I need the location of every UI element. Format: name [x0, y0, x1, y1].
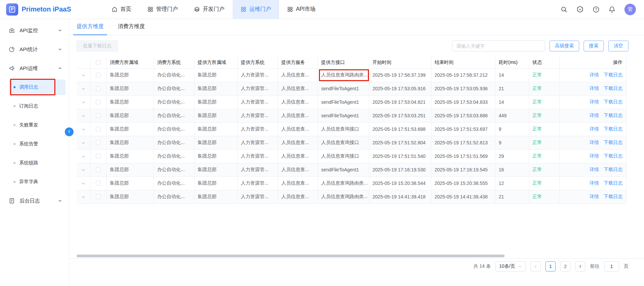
row-checkbox[interactable] — [96, 100, 101, 104]
cell-duration: 14 — [495, 95, 529, 109]
cell-provider-interface: 人员信息查询接口 — [318, 122, 369, 136]
download-log-link[interactable]: 下载日志 — [604, 194, 623, 199]
chevron-down-icon[interactable] — [81, 168, 85, 172]
cell-provider-system: 人力资源管... — [237, 95, 278, 109]
tab-provider-dimension[interactable]: 提供方维度 — [73, 23, 107, 35]
cell-text: 人员信息查询路由类... — [321, 194, 368, 199]
advanced-search-button[interactable]: 高级搜索 — [549, 41, 579, 51]
chevron-down-icon[interactable] — [81, 114, 85, 118]
sidebar-collapse-button[interactable] — [65, 127, 74, 136]
page-button-1[interactable]: 1 — [545, 261, 556, 271]
tab-consumer-dimension[interactable]: 消费方维度 — [114, 23, 148, 35]
cell-start-time: 2025-05-19 17:51:51.540 — [369, 149, 431, 163]
cell-text: 2025-05-19 17:53:03.251 — [373, 113, 426, 118]
sidebar-subitem-system-alert[interactable]: 系统告警 — [0, 135, 69, 153]
table-row: 集团总部办公自动化...集团总部人力资源管...人员信息查...人员信息查询接口… — [77, 122, 626, 136]
detail-link[interactable]: 详情 — [590, 140, 599, 145]
keyword-input[interactable] — [452, 41, 545, 51]
download-log-link[interactable]: 下载日志 — [604, 99, 623, 104]
ai-assistant-icon[interactable]: AI — [576, 6, 584, 13]
sidebar-item-api-monitor[interactable]: API监控 — [0, 21, 69, 40]
row-checkbox-cell — [90, 82, 106, 95]
detail-link[interactable]: 详情 — [590, 72, 599, 77]
row-checkbox[interactable] — [96, 194, 101, 199]
clear-button[interactable]: 清空 — [608, 41, 628, 51]
column-header: 消费方系统 — [154, 57, 194, 68]
cell-provider-service: 人员信息查... — [278, 95, 318, 109]
chevron-down-icon[interactable] — [81, 195, 85, 199]
detail-link[interactable]: 详情 — [590, 167, 599, 172]
cell-consumer-system: 办公自动化... — [154, 82, 194, 95]
sidebar-subitem-subscribe-log[interactable]: 订阅日志 — [0, 97, 69, 116]
row-checkbox[interactable] — [96, 181, 101, 186]
cell-text: 人力资源管... — [241, 72, 269, 77]
download-log-link[interactable]: 下载日志 — [604, 72, 623, 77]
detail-link[interactable]: 详情 — [590, 86, 599, 91]
row-checkbox[interactable] — [96, 140, 101, 145]
prev-page-button[interactable] — [531, 261, 541, 271]
sidebar-subitem-system-trace[interactable]: 系统链路 — [0, 153, 69, 172]
cell-provider-domain: 集团总部 — [194, 136, 237, 149]
next-page-button[interactable] — [575, 261, 585, 271]
chevron-down-icon[interactable] — [81, 182, 85, 186]
sidebar-item-api-ops[interactable]: API运维 — [0, 59, 69, 78]
page-button-2[interactable]: 2 — [560, 261, 570, 271]
horizontal-scrollbar-thumb[interactable] — [77, 255, 505, 257]
page-size-select[interactable]: 10条/页 — [495, 261, 526, 271]
topnav-item-api-market[interactable]: API市场 — [279, 0, 324, 19]
sidebar-item-backend-log[interactable]: 后台日志 — [0, 191, 69, 210]
download-log-link[interactable]: 下载日志 — [604, 140, 623, 145]
download-log-link[interactable]: 下载日志 — [604, 167, 623, 172]
row-checkbox[interactable] — [96, 113, 101, 118]
sidebar-subitem-label: 异常字典 — [19, 179, 38, 185]
cell-consumer-domain: 集团总部 — [106, 176, 154, 190]
chevron-down-icon[interactable] — [81, 141, 85, 145]
detail-link[interactable]: 详情 — [590, 153, 599, 159]
sidebar-item-api-stats[interactable]: API统计 — [0, 40, 69, 59]
row-checkbox-cell — [90, 109, 106, 122]
chevron-down-icon[interactable] — [81, 154, 85, 159]
download-log-link[interactable]: 下载日志 — [604, 113, 623, 118]
chevron-down-icon[interactable] — [81, 87, 85, 91]
chevron-down-icon[interactable] — [81, 100, 85, 104]
detail-link[interactable]: 详情 — [590, 126, 599, 132]
notifications-bell-icon[interactable] — [609, 6, 615, 13]
topnav-item-dev-portal[interactable]: 开发门户 — [186, 0, 233, 19]
cell-text: 人员信息查... — [281, 99, 309, 104]
search-icon[interactable] — [561, 6, 567, 13]
select-all-checkbox[interactable] — [96, 60, 101, 65]
row-checkbox[interactable] — [96, 167, 101, 172]
detail-link[interactable]: 详情 — [590, 194, 599, 199]
download-log-link[interactable]: 下载日志 — [604, 126, 623, 132]
row-expand-cell — [77, 136, 90, 149]
row-checkbox[interactable] — [96, 86, 101, 91]
cell-text: 办公自动化... — [157, 99, 185, 104]
search-button[interactable]: 搜索 — [584, 41, 604, 51]
cell-provider-system: 人力资源管... — [237, 109, 278, 122]
sidebar-subitem-fail-retry[interactable]: 失败重发 — [0, 116, 69, 135]
topnav-item-home[interactable]: 首页 — [104, 0, 139, 19]
chevron-down-icon[interactable] — [81, 127, 85, 132]
download-log-link[interactable]: 下载日志 — [604, 86, 623, 91]
chevron-down-icon[interactable] — [81, 73, 85, 77]
row-checkbox[interactable] — [96, 154, 101, 159]
user-avatar[interactable]: 管 — [624, 4, 636, 15]
status-badge: 正常 — [533, 72, 542, 77]
goto-page-input[interactable] — [604, 261, 619, 271]
download-log-link[interactable]: 下载日志 — [604, 153, 623, 159]
detail-link[interactable]: 详情 — [590, 113, 599, 118]
topnav-item-admin-portal[interactable]: 管理门户 — [139, 0, 186, 19]
download-log-link[interactable]: 下载日志 — [604, 180, 623, 186]
topnav-item-label: 首页 — [120, 6, 131, 13]
batch-download-button[interactable]: 批量下载日志 — [77, 41, 118, 51]
sidebar-subitem-call-log[interactable]: 调用日志 — [0, 78, 69, 97]
cell-status: 正常 — [529, 95, 559, 109]
detail-link[interactable]: 详情 — [590, 180, 599, 186]
brand-title: Primeton iPaaS — [22, 5, 71, 13]
topnav-item-ops-portal[interactable]: 运维门户 — [233, 0, 279, 19]
row-checkbox[interactable] — [96, 73, 101, 77]
sidebar-subitem-exception-dict[interactable]: 异常字典 — [0, 172, 69, 191]
row-checkbox[interactable] — [96, 127, 101, 132]
detail-link[interactable]: 详情 — [590, 99, 599, 104]
help-icon[interactable]: ? — [593, 6, 599, 13]
